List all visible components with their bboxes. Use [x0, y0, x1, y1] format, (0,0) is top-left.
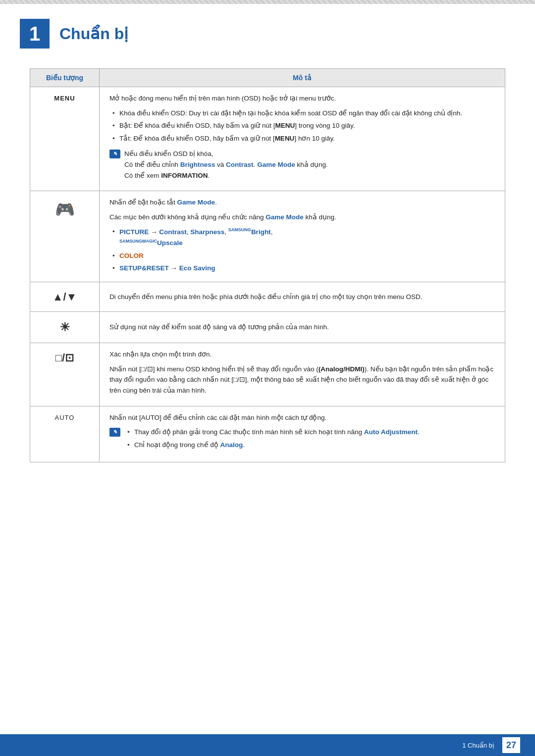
color-label: COLOR: [119, 252, 144, 259]
input-icon-cell: □/⊡: [30, 343, 100, 406]
list-item: Khóa điều khiển OSD: Duy trì cài đặt hiệ…: [109, 108, 495, 119]
table-row: AUTO Nhấn nút [AUTO] để điều chỉnh các c…: [30, 406, 505, 462]
arrows-icon: ▲/▼: [53, 291, 77, 303]
sun-icon-cell: ☀: [30, 311, 100, 343]
menu-label: MENU: [54, 95, 75, 102]
list-item: Chỉ hoạt động trong chế độ Analog.: [124, 440, 420, 451]
input-desc-para2: Nhấn nút [□/⊡] khi menu OSD không hiển t…: [109, 364, 495, 396]
arrows-desc: Di chuyển đến menu phía trên hoặc phía d…: [109, 292, 495, 302]
sun-desc: Sử dụng nút này để kiểm soát độ sáng và …: [109, 322, 495, 333]
menu-icon-cell: MENU: [30, 87, 100, 191]
list-item: SETUP&RESET → Eco Saving: [109, 263, 495, 274]
gamepad-bullet-list: PICTURE → Contrast, Sharpness, SAMSUNGBr…: [109, 226, 495, 273]
menu-intro: Mở hoặc đóng menu hiển thị trên màn hình…: [109, 93, 495, 104]
table-row: ☀ Sử dụng nút này để kiểm soát độ sáng v…: [30, 311, 505, 343]
gamepad-intro1: Nhấn để bật hoặc tắt Game Mode.: [109, 197, 495, 208]
auto-desc-cell: Nhấn nút [AUTO] để điều chỉnh các cài đặ…: [100, 406, 505, 462]
auto-label: AUTO: [55, 414, 75, 421]
table-row: ▲/▼ Di chuyển đến menu phía trên hoặc ph…: [30, 282, 505, 311]
note-icon: ✎: [109, 428, 120, 437]
auto-note: ✎ Thay đổi độ phân giải trong Các thuộc …: [109, 427, 495, 452]
chapter-title: Chuẩn bị: [59, 24, 128, 43]
chapter-number: 1: [20, 19, 50, 49]
content-area: Biểu tượng Mô tả MENU Mở hoặc đóng menu …: [0, 58, 535, 492]
table-header-desc: Mô tả: [100, 69, 505, 87]
sun-icon: ☀: [59, 320, 70, 334]
gamepad-icon: 🎮: [55, 201, 75, 218]
menu-desc-cell: Mở hoặc đóng menu hiển thị trên màn hình…: [100, 87, 505, 191]
footer-section-text: 1 Chuẩn bị: [462, 742, 494, 749]
note-icon: ✎: [109, 150, 120, 158]
list-item: Thay đổi độ phân giải trong Các thuộc tí…: [124, 427, 420, 438]
page-footer: 1 Chuẩn bị 27: [0, 734, 535, 756]
note-text: Nếu điều khiển OSD bị khóa, Có thể điều …: [124, 149, 328, 181]
table-row: □/⊡ Xác nhận lựa chọn một trình đơn. Nhấ…: [30, 343, 505, 406]
input-icon: □/⊡: [55, 352, 74, 364]
auto-desc-intro: Nhấn nút [AUTO] để điều chỉnh các cài đặ…: [109, 412, 495, 423]
menu-bullet-list: Khóa điều khiển OSD: Duy trì cài đặt hiệ…: [109, 108, 495, 144]
list-item: Bật: Để khóa điều khiển OSD, hãy bấm và …: [109, 120, 495, 131]
top-stripe: [0, 0, 535, 4]
sun-desc-cell: Sử dụng nút này để kiểm soát độ sáng và …: [100, 311, 505, 343]
auto-icon-cell: AUTO: [30, 406, 100, 462]
list-item: PICTURE → Contrast, Sharpness, SAMSUNGBr…: [109, 226, 495, 248]
table-header-icon: Biểu tượng: [30, 69, 100, 87]
arrows-desc-cell: Di chuyển đến menu phía trên hoặc phía d…: [100, 282, 505, 311]
arrows-icon-cell: ▲/▼: [30, 282, 100, 311]
input-desc-cell: Xác nhận lựa chọn một trình đơn. Nhấn nú…: [100, 343, 505, 406]
list-item: COLOR: [109, 251, 495, 261]
footer-page-number: 27: [502, 737, 520, 753]
table-row: 🎮 Nhấn để bật hoặc tắt Game Mode. Các mụ…: [30, 191, 505, 282]
list-item: Tắt: Để khóa điều khiển OSD, hãy bấm và …: [109, 133, 495, 144]
auto-note-list: Thay đổi độ phân giải trong Các thuộc tí…: [124, 427, 420, 450]
table-row: MENU Mở hoặc đóng menu hiển thị trên màn…: [30, 87, 505, 191]
auto-note-text: Thay đổi độ phân giải trong Các thuộc tí…: [124, 427, 420, 452]
main-table: Biểu tượng Mô tả MENU Mở hoặc đóng menu …: [30, 68, 505, 462]
input-desc-intro: Xác nhận lựa chọn một trình đơn.: [109, 349, 495, 360]
gamepad-icon-cell: 🎮: [30, 191, 100, 282]
menu-note: ✎ Nếu điều khiển OSD bị khóa, Có thể điề…: [109, 149, 495, 181]
gamepad-desc-cell: Nhấn để bật hoặc tắt Game Mode. Các mục …: [100, 191, 505, 282]
chapter-header: 1 Chuẩn bị: [0, 4, 535, 58]
gamepad-intro2: Các mục bên dưới không khả dụng nếu chức…: [109, 212, 495, 223]
